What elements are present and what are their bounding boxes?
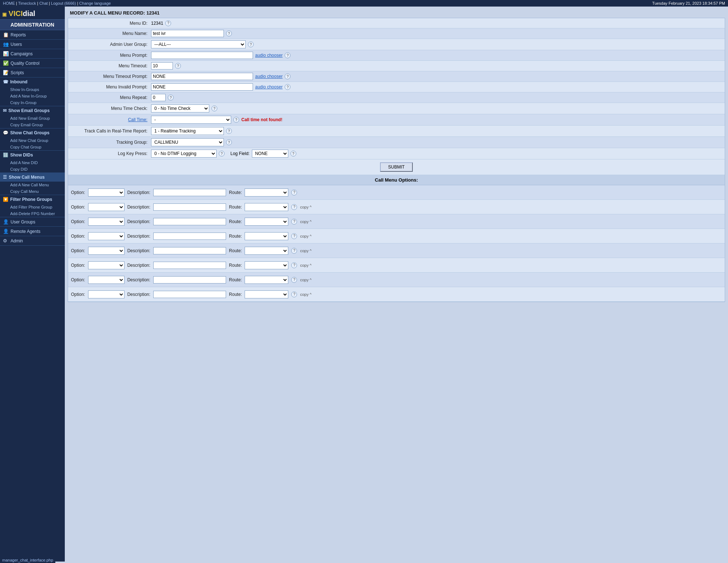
logout-link[interactable]: Logout (6666) bbox=[51, 1, 76, 5]
sidebar-subitem-add-filter-phone-group[interactable]: Add Filter Phone Group bbox=[0, 204, 65, 210]
description-input-4[interactable] bbox=[153, 233, 226, 240]
sidebar-subitem-add-did[interactable]: Add A New DID bbox=[0, 159, 65, 166]
sidebar-item-scripts[interactable]: 📝 Scripts bbox=[0, 68, 65, 77]
route-select-6[interactable] bbox=[245, 261, 288, 269]
copy-link-5[interactable]: copy ^ bbox=[300, 249, 311, 253]
sidebar-item-reports[interactable]: 📋 Reports bbox=[0, 30, 65, 39]
sidebar-item-user-groups[interactable]: 👤 User Groups bbox=[0, 217, 65, 226]
route-help-7[interactable]: ? bbox=[291, 277, 297, 283]
route-select-7[interactable] bbox=[245, 276, 288, 284]
route-select-4[interactable] bbox=[245, 232, 288, 240]
sidebar-subitem-copy-chat-group[interactable]: Copy Chat Group bbox=[0, 144, 65, 150]
option-select-7[interactable] bbox=[88, 276, 124, 284]
menu-invalid-prompt-input[interactable] bbox=[151, 83, 253, 91]
sidebar-subitem-show-in-groups[interactable]: Show In-Groups bbox=[0, 86, 65, 93]
sidebar-item-inbound[interactable]: ☎ Inbound bbox=[0, 78, 65, 86]
home-link[interactable]: HOME bbox=[3, 1, 15, 5]
option-select-4[interactable] bbox=[88, 232, 124, 240]
call-time-link[interactable]: Call Time: bbox=[128, 117, 147, 122]
route-select-5[interactable] bbox=[245, 247, 288, 255]
sidebar-item-email-groups[interactable]: ✉ Show Email Groups bbox=[0, 106, 65, 115]
route-help-4[interactable]: ? bbox=[291, 233, 297, 239]
change-language-link[interactable]: Change language bbox=[79, 1, 111, 5]
sidebar-item-chat-groups[interactable]: 💬 Show Chat Groups bbox=[0, 128, 65, 137]
route-help-6[interactable]: ? bbox=[291, 262, 297, 268]
top-nav-links[interactable]: HOME | Timeclock | Chat | Logout (6666) … bbox=[3, 1, 111, 5]
route-select-3[interactable] bbox=[245, 218, 288, 226]
option-select-2[interactable] bbox=[88, 203, 124, 211]
menu-id-help[interactable]: ? bbox=[165, 20, 171, 26]
copy-link-6[interactable]: copy ^ bbox=[300, 263, 311, 267]
admin-user-group-help[interactable]: ? bbox=[248, 41, 254, 47]
call-time-help[interactable]: ? bbox=[233, 117, 239, 123]
copy-link-8[interactable]: copy ^ bbox=[300, 292, 311, 297]
option-select-6[interactable] bbox=[88, 261, 124, 269]
menu-invalid-prompt-audio-chooser[interactable]: audio chooser bbox=[255, 84, 282, 90]
route-help-2[interactable]: ? bbox=[291, 204, 297, 210]
menu-timeout-input[interactable] bbox=[151, 62, 173, 70]
menu-timeout-prompt-audio-chooser[interactable]: audio chooser bbox=[255, 74, 282, 79]
menu-time-check-help[interactable]: ? bbox=[211, 106, 217, 111]
sidebar-subitem-add-chat-group[interactable]: Add New Chat Group bbox=[0, 137, 65, 144]
copy-link-2[interactable]: copy ^ bbox=[300, 205, 311, 209]
sidebar-item-quality-control[interactable]: ✅ Quality Control bbox=[0, 59, 65, 68]
sidebar-subitem-add-in-group[interactable]: Add A New In-Group bbox=[0, 93, 65, 99]
tracking-group-select[interactable]: CALLMENU bbox=[151, 138, 224, 146]
menu-time-check-select[interactable]: 0 - No Time Check bbox=[151, 104, 209, 112]
log-key-press-select[interactable]: 0 - No DTMF Logging bbox=[151, 150, 217, 158]
sidebar-subitem-copy-in-group[interactable]: Copy In-Group bbox=[0, 99, 65, 106]
description-input-8[interactable] bbox=[153, 291, 226, 298]
sidebar-item-campaigns[interactable]: 📊 Campaigns bbox=[0, 49, 65, 58]
sidebar-item-remote-agents[interactable]: 👤 Remote Agents bbox=[0, 227, 65, 236]
menu-timeout-prompt-help[interactable]: ? bbox=[285, 74, 290, 79]
menu-name-help[interactable]: ? bbox=[226, 31, 232, 36]
option-select-8[interactable] bbox=[88, 290, 124, 298]
sidebar-subitem-copy-call-menu[interactable]: Copy Call Menu bbox=[0, 188, 65, 195]
route-select-1[interactable] bbox=[245, 189, 288, 197]
menu-timeout-prompt-input[interactable] bbox=[151, 73, 253, 80]
sidebar-subitem-copy-did[interactable]: Copy DID bbox=[0, 166, 65, 173]
sidebar-item-filter-phone-groups[interactable]: 🔽 Filter Phone Groups bbox=[0, 195, 65, 204]
submit-button[interactable]: SUBMIT bbox=[380, 162, 412, 172]
track-calls-select[interactable]: 1 - Realtime Tracking bbox=[151, 127, 224, 135]
route-help-5[interactable]: ? bbox=[291, 248, 297, 254]
route-help-1[interactable]: ? bbox=[291, 190, 297, 195]
menu-repeat-help[interactable]: ? bbox=[168, 95, 174, 100]
route-help-3[interactable]: ? bbox=[291, 219, 297, 225]
copy-link-7[interactable]: copy ^ bbox=[300, 278, 311, 282]
route-select-8[interactable] bbox=[245, 290, 288, 298]
menu-repeat-input[interactable] bbox=[151, 94, 166, 101]
sidebar-item-dids[interactable]: 🔢 Show DIDs bbox=[0, 151, 65, 159]
description-input-2[interactable] bbox=[153, 203, 226, 211]
log-field-select[interactable]: NONE bbox=[252, 150, 288, 158]
description-input-6[interactable] bbox=[153, 262, 226, 269]
sidebar-item-call-menus[interactable]: ☰ Show Call Menus bbox=[0, 173, 65, 182]
menu-name-input[interactable] bbox=[151, 30, 224, 37]
description-input-5[interactable] bbox=[153, 247, 226, 254]
sidebar-subitem-add-email-group[interactable]: Add New Email Group bbox=[0, 115, 65, 122]
call-time-select[interactable]: - bbox=[151, 116, 231, 124]
tracking-group-help[interactable]: ? bbox=[226, 139, 232, 145]
menu-prompt-input[interactable] bbox=[151, 52, 253, 59]
track-calls-help[interactable]: ? bbox=[226, 128, 232, 134]
option-select-1[interactable] bbox=[88, 189, 124, 197]
menu-timeout-help[interactable]: ? bbox=[175, 63, 181, 69]
menu-prompt-audio-chooser[interactable]: audio chooser bbox=[255, 53, 282, 58]
option-select-5[interactable] bbox=[88, 247, 124, 255]
sidebar-item-users[interactable]: 👥 Users bbox=[0, 40, 65, 49]
sidebar-subitem-add-call-menu[interactable]: Add A New Call Menu bbox=[0, 182, 65, 188]
copy-link-4[interactable]: copy ^ bbox=[300, 234, 311, 238]
menu-prompt-help[interactable]: ? bbox=[285, 52, 290, 58]
admin-user-group-select[interactable]: ---ALL--- bbox=[151, 40, 246, 48]
log-key-press-help[interactable]: ? bbox=[219, 151, 225, 156]
description-input-7[interactable] bbox=[153, 276, 226, 284]
description-input-3[interactable] bbox=[153, 218, 226, 225]
log-field-help[interactable]: ? bbox=[290, 151, 296, 156]
copy-link-3[interactable]: copy ^ bbox=[300, 219, 311, 224]
route-select-2[interactable] bbox=[245, 203, 288, 211]
chat-link[interactable]: Chat bbox=[39, 1, 48, 5]
route-help-8[interactable]: ? bbox=[291, 292, 297, 297]
sidebar-item-admin[interactable]: ⚙ Admin bbox=[0, 236, 65, 245]
description-input-1[interactable] bbox=[153, 189, 226, 196]
sidebar-subitem-add-delete-fpg[interactable]: Add-Delete FPG Number bbox=[0, 210, 65, 217]
